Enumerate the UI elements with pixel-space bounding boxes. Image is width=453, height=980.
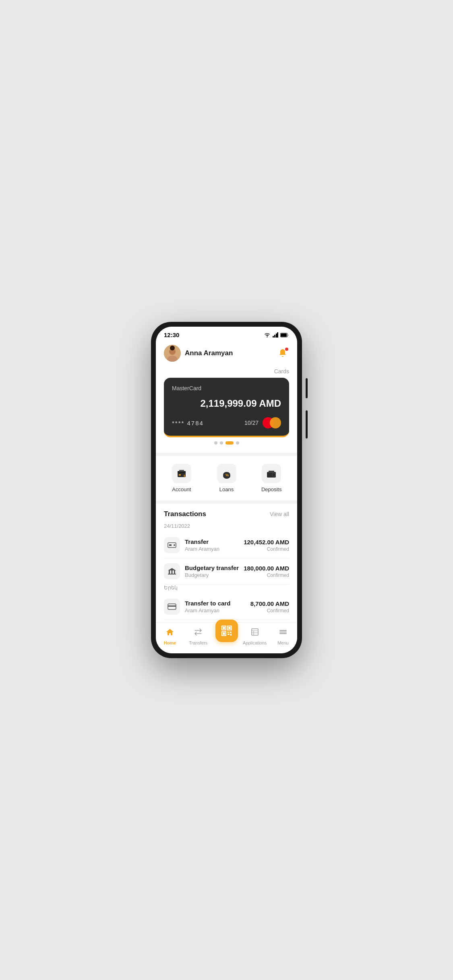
svg-rect-37 <box>230 632 232 633</box>
svg-text:$: $ <box>184 474 185 478</box>
header-left: Anna Aramyan <box>164 345 233 362</box>
tx-sub-2: Budgetary <box>185 572 244 578</box>
scroll-area: Cards MasterCard 2,119,999.09 AMD **** 4… <box>156 368 297 622</box>
nav-menu-label: Menu <box>277 640 289 645</box>
avatar <box>164 345 181 362</box>
tx-status-2: Confirmed <box>244 572 289 578</box>
dot-2 <box>220 441 223 445</box>
nav-home-label: Home <box>164 640 176 645</box>
svg-rect-12 <box>179 474 181 476</box>
nav-qr[interactable] <box>212 626 240 647</box>
transaction-info-3: Transfer to card Aram Aramyan <box>185 600 250 614</box>
date-group-1: 24/11/2022 <box>164 523 289 529</box>
qr-icon <box>221 625 233 637</box>
card-number: **** 4784 <box>172 420 204 426</box>
dot-4 <box>236 441 239 445</box>
transaction-item[interactable]: Budgetary transfer Budgetary 180,000.00 … <box>164 558 289 585</box>
card-pagination <box>164 437 289 446</box>
svg-rect-29 <box>168 605 176 607</box>
tx-name-3: Transfer to card <box>185 600 250 607</box>
budgetary-icon <box>164 563 180 579</box>
quick-actions: $ Account % Loans <box>156 456 297 500</box>
card-transfer-svg <box>168 603 176 610</box>
svg-rect-39 <box>230 634 232 636</box>
action-deposits[interactable]: Deposits <box>249 461 294 496</box>
svg-point-20 <box>273 474 275 476</box>
deposits-svg <box>266 468 277 479</box>
tx-amount-1: 120,452.00 AMD <box>244 539 289 546</box>
notification-dot <box>285 348 288 351</box>
transactions-section: Transactions View all 24/11/2022 Tran <box>156 504 297 622</box>
wifi-icon <box>264 332 271 338</box>
svg-rect-31 <box>223 627 225 629</box>
svg-rect-35 <box>223 632 225 635</box>
transactions-header: Transactions View all <box>164 510 289 518</box>
tx-amount-block-1: 120,452.00 AMD Confirmed <box>244 539 289 552</box>
user-name: Anna Aramyan <box>185 349 233 357</box>
mastercard-logo <box>263 417 281 428</box>
volume-button <box>306 378 308 398</box>
card-type: MasterCard <box>172 385 281 391</box>
applications-icon <box>250 628 259 639</box>
svg-rect-2 <box>276 334 277 338</box>
transactions-title: Transactions <box>164 510 206 518</box>
account-icon: $ <box>172 464 191 483</box>
nav-transfers-label: Transfers <box>189 640 207 645</box>
svg-text:%: % <box>225 473 229 477</box>
svg-rect-26 <box>174 570 175 574</box>
cards-section: Cards MasterCard 2,119,999.09 AMD **** 4… <box>156 368 297 453</box>
status-icons <box>264 332 289 338</box>
transaction-item[interactable]: Transfer Aram Aramyan 120,452.00 AMD Con… <box>164 532 289 558</box>
qr-button[interactable] <box>215 620 238 642</box>
nav-home[interactable]: Home <box>156 626 184 647</box>
svg-rect-38 <box>228 634 230 635</box>
svg-rect-24 <box>169 570 170 574</box>
nav-transfers[interactable]: Transfers <box>184 626 212 647</box>
action-deposits-label: Deposits <box>261 486 282 492</box>
transaction-info-1: Transfer Aram Aramyan <box>185 538 244 552</box>
action-account-label: Account <box>172 486 191 492</box>
action-account[interactable]: $ Account <box>159 461 204 496</box>
card-expiry: 10/27 <box>244 420 259 426</box>
transaction-info-2: Budgetary transfer Budgetary <box>185 564 244 578</box>
header: Anna Aramyan <box>156 342 297 368</box>
transfer-icon <box>164 537 180 553</box>
deposits-icon <box>262 464 281 483</box>
view-all-button[interactable]: View all <box>270 511 289 517</box>
transfers-svg <box>194 628 203 636</box>
svg-point-23 <box>174 544 175 546</box>
tx-sub-3: Aram Aramyan <box>185 607 250 614</box>
bell-button[interactable] <box>276 347 289 360</box>
tx-status-1: Confirmed <box>244 546 289 552</box>
transaction-item[interactable]: Transfer to card Aram Aramyan 8,700.00 A… <box>164 594 289 620</box>
card-widget[interactable]: MasterCard 2,119,999.09 AMD **** 4784 10… <box>164 378 289 437</box>
svg-rect-1 <box>274 335 275 338</box>
dot-3 <box>225 441 234 445</box>
status-time: 12:30 <box>164 331 179 338</box>
action-loans[interactable]: % Loans <box>204 461 249 496</box>
cards-label: Cards <box>164 368 289 378</box>
card-balance: 2,119,999.09 AMD <box>172 398 281 409</box>
svg-rect-22 <box>169 544 172 546</box>
bottom-nav: Home Transfers <box>156 622 297 653</box>
tx-amount-block-3: 8,700.00 AMD Confirmed <box>250 600 289 614</box>
svg-rect-3 <box>277 332 278 338</box>
tx-amount-3: 8,700.00 AMD <box>250 600 289 607</box>
loans-icon: % <box>217 464 236 483</box>
menu-icon <box>279 628 288 639</box>
svg-rect-25 <box>172 570 173 574</box>
home-icon <box>165 628 174 639</box>
svg-rect-18 <box>269 471 274 473</box>
svg-rect-0 <box>273 336 274 338</box>
nav-menu[interactable]: Menu <box>269 626 297 647</box>
status-bar: 12:30 <box>156 327 297 342</box>
nav-applications[interactable]: Applications <box>241 626 269 647</box>
transfers-icon <box>194 628 203 639</box>
dot-1 <box>214 441 217 445</box>
menu-svg <box>279 628 288 636</box>
svg-rect-40 <box>252 629 258 635</box>
card-transfer-icon <box>164 599 180 615</box>
tx-name-1: Transfer <box>185 538 244 545</box>
tx-sub-1: Aram Aramyan <box>185 546 244 552</box>
phone-frame: 12:30 <box>151 322 302 658</box>
